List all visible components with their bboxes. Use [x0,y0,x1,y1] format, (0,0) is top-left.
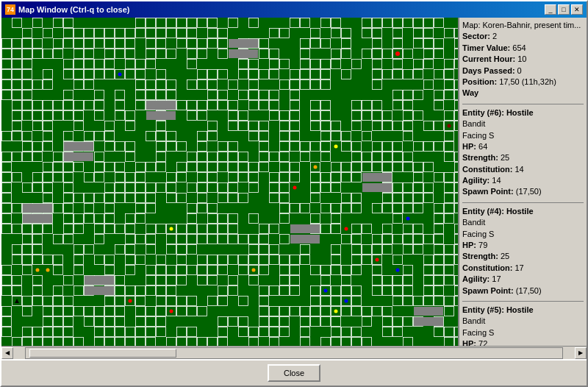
way-line: Way [462,88,584,99]
entity-0: Entity (#6): Hostile Bandit Facing S HP:… [462,104,584,198]
entity-str-1: Strength: 25 [462,251,584,262]
map-canvas [1,18,458,346]
maximize-button[interactable]: □ [558,4,570,15]
bottom-bar: Close [1,359,587,386]
separator-1 [462,202,584,203]
map-name: Map: Koren-Bahnir, present tim... [462,20,584,31]
entity-2: Entity (#5): Hostile Bandit Facing S HP:… [462,301,584,346]
entity-hp-0: HP: 64 [462,141,584,152]
horizontal-scrollbar[interactable]: ◀ ▶ [1,346,587,359]
minimize-button[interactable]: _ [545,4,556,15]
entities-container: Entity (#6): Hostile Bandit Facing S HP:… [462,104,584,346]
sector-line: Sector: 2 [462,31,584,42]
entity-con-0: Constitution: 14 [462,164,584,175]
entity-spawn-1: Spawn Point: (17,50) [462,285,584,297]
hour-line: Current Hour: 10 [462,54,584,65]
entity-type-0: Bandit [462,118,584,129]
title-icon: 74 [5,4,15,15]
entity-1: Entity (#4): Hostile Bandit Facing S HP:… [462,202,584,297]
window-title: Map Window (Ctrl-q to close) [18,5,129,14]
close-title-button[interactable]: ✕ [571,4,583,15]
entity-agi-1: Agility: 17 [462,274,584,285]
separator-0 [462,104,584,104]
scroll-left-arrow[interactable]: ◀ [1,347,13,359]
map-info: Map: Koren-Bahnir, present tim... Sector… [462,20,584,99]
main-content: Map: Koren-Bahnir, present tim... Sector… [1,18,587,346]
main-window: 74 Map Window (Ctrl-q to close) _ □ ✕ Ma… [0,0,588,387]
entity-hp-1: HP: 79 [462,240,584,251]
entity-str-0: Strength: 25 [462,152,584,163]
title-bar: 74 Map Window (Ctrl-q to close) _ □ ✕ [1,1,587,18]
timer-line: Timer Value: 654 [462,43,584,54]
entity-facing-0: Facing S [462,130,584,141]
scroll-thumb-horizontal[interactable] [29,349,176,358]
entity-type-1: Bandit [462,217,584,228]
info-panel[interactable]: Map: Koren-Bahnir, present tim... Sector… [459,18,587,346]
scroll-track-horizontal[interactable] [25,347,563,359]
entity-spawn-0: Spawn Point: (17,50) [462,186,584,197]
right-panel: Map: Koren-Bahnir, present tim... Sector… [458,18,587,346]
entity-agi-0: Agility: 14 [462,175,584,186]
entity-header-2: Entity (#5): Hostile [462,305,584,316]
entity-type-2: Bandit [462,316,584,327]
entity-header-0: Entity (#6): Hostile [462,107,584,118]
days-line: Days Passed: 0 [462,65,584,77]
map-area[interactable] [1,18,458,346]
entity-facing-2: Facing S [462,327,584,338]
scroll-right-arrow[interactable]: ▶ [575,347,587,359]
separator-2 [462,301,584,302]
position-line: Position: 17,50 (11h,32h) [462,77,584,88]
entity-con-1: Constitution: 17 [462,263,584,274]
entity-header-1: Entity (#4): Hostile [462,206,584,217]
close-button[interactable]: Close [268,364,320,382]
entity-facing-1: Facing S [462,229,584,240]
entity-hp-2: HP: 72 [462,338,584,346]
